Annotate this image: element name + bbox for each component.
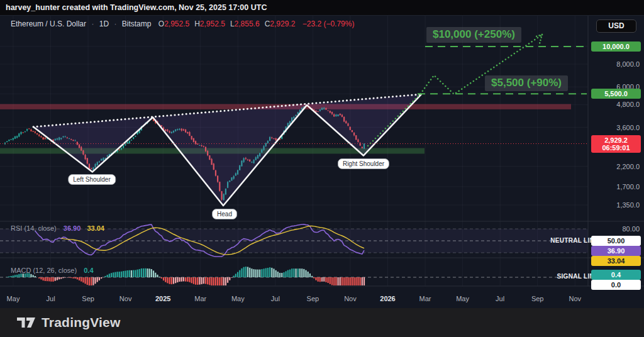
price-badge[interactable]: 36.90 bbox=[591, 246, 641, 256]
symbol-title[interactable]: Ethereum / U.S. Dollar bbox=[11, 19, 86, 28]
currency-button[interactable]: USD bbox=[596, 19, 636, 33]
time-tick[interactable]: Nov bbox=[344, 295, 357, 302]
time-tick[interactable]: Jul bbox=[496, 295, 504, 302]
price-badge[interactable]: 0.0 bbox=[591, 280, 641, 290]
macd-legend: MACD (12, 26, close) 0.4 bbox=[11, 267, 94, 274]
footer: TradingView bbox=[0, 308, 644, 337]
ohlc-key: H bbox=[194, 19, 200, 28]
change-value: −23.2 (−0.79%) bbox=[303, 19, 355, 28]
time-tick[interactable]: Sep bbox=[531, 295, 544, 302]
price-badge[interactable]: 33.04 bbox=[591, 256, 641, 266]
rsi-legend: RSI (14, close) 36.90 33.04 bbox=[11, 224, 104, 232]
ohlc-key: O bbox=[158, 19, 164, 28]
tradingview-logo-icon bbox=[17, 316, 36, 329]
ohlc-value: 2,929.2 bbox=[270, 19, 295, 28]
legend-separator: · bbox=[91, 19, 94, 28]
right-shoulder-label[interactable]: Right Shoulder bbox=[338, 158, 389, 169]
ohlc-value: 2,952.5 bbox=[164, 19, 189, 28]
price-tick[interactable]: 80.00 bbox=[622, 225, 640, 233]
target-label-10000[interactable]: $10,000 (+250%) bbox=[426, 27, 521, 43]
legend-separator: · bbox=[114, 19, 116, 28]
tradingview-logo-text: TradingView bbox=[42, 315, 121, 330]
price-tick[interactable]: 4,800.0 bbox=[616, 101, 640, 108]
price-badge[interactable]: 50.00 bbox=[591, 236, 641, 246]
price-tick[interactable]: 8,000.0 bbox=[616, 60, 640, 68]
exchange-label[interactable]: Bitstamp bbox=[122, 19, 152, 28]
macd-value: 0.4 bbox=[84, 267, 93, 274]
ohlc-value: 2,855.6 bbox=[235, 19, 260, 28]
time-tick[interactable]: Jul bbox=[271, 295, 280, 302]
price-tick[interactable]: 2,200.0 bbox=[616, 163, 640, 170]
target-label-5500[interactable]: $5,500 (+90%) bbox=[485, 75, 568, 91]
ohlc-values: O2,952.5H2,952.5L2,855.6C2,929.2 bbox=[153, 19, 296, 28]
time-tick[interactable]: Sep bbox=[307, 295, 319, 302]
time-tick[interactable]: Sep bbox=[82, 295, 94, 302]
interval-label[interactable]: 1D bbox=[99, 19, 109, 28]
time-tick[interactable]: Mar bbox=[419, 295, 431, 302]
time-tick[interactable]: 2026 bbox=[380, 295, 395, 302]
ohlc-value: 2,952.5 bbox=[200, 19, 225, 28]
time-tick[interactable]: May bbox=[456, 295, 469, 302]
left-shoulder-label[interactable]: Left Shoulder bbox=[68, 174, 116, 185]
time-tick[interactable]: 2025 bbox=[155, 295, 170, 302]
price-chart-canvas[interactable] bbox=[0, 16, 644, 308]
ohlc-key: C bbox=[265, 19, 270, 28]
time-tick[interactable]: Jul bbox=[47, 295, 55, 302]
symbol-legend: Ethereum / U.S. Dollar · 1D · Bitstamp O… bbox=[11, 19, 354, 28]
rsi-ma-value: 33.04 bbox=[87, 224, 104, 232]
attribution-bar: harvey_hunter created with TradingView.c… bbox=[0, 0, 644, 16]
price-tick[interactable]: 1,700.0 bbox=[616, 183, 640, 191]
price-badge[interactable]: 0.4 bbox=[591, 270, 641, 280]
macd-legend-title[interactable]: MACD (12, 26, close) bbox=[11, 267, 77, 274]
price-badge[interactable]: 5,500.0 bbox=[591, 89, 641, 99]
price-badge[interactable]: 10,000.0 bbox=[591, 41, 641, 52]
time-tick[interactable]: May bbox=[231, 295, 245, 302]
time-tick[interactable]: Nov bbox=[569, 295, 581, 302]
head-label[interactable]: Head bbox=[212, 209, 237, 219]
time-tick[interactable]: Nov bbox=[119, 295, 132, 302]
chart-container: Ethereum / U.S. Dollar · 1D · Bitstamp O… bbox=[0, 16, 644, 308]
rsi-legend-title[interactable]: RSI (14, close) bbox=[11, 224, 57, 232]
time-tick[interactable]: May bbox=[7, 295, 20, 302]
rsi-value: 36.90 bbox=[64, 224, 81, 232]
price-badge[interactable]: 2,929.206:59:01 bbox=[591, 135, 641, 153]
price-tick[interactable]: 3,600.0 bbox=[616, 124, 640, 131]
time-tick[interactable]: Mar bbox=[194, 295, 206, 302]
price-tick[interactable]: 1,350.0 bbox=[616, 201, 640, 209]
ohlc-key: L bbox=[230, 19, 235, 28]
